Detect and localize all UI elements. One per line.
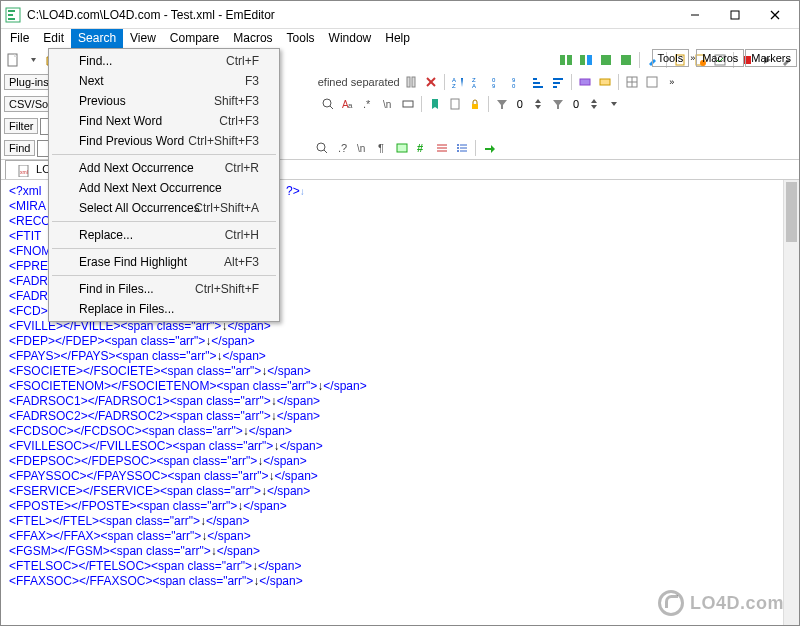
editor-line[interactable]: <FTEL></FTEL><span class="arr">↓</span> (9, 514, 791, 529)
menu-item[interactable]: Select All OccurrencesCtrl+Shift+A (51, 198, 277, 218)
stepper-icon[interactable] (585, 95, 603, 113)
maximize-button[interactable] (715, 2, 755, 28)
editor-line[interactable]: <FCDSOC></FCDSOC><span class="arr">↓</sp… (9, 424, 791, 439)
whole-word-icon[interactable] (399, 95, 417, 113)
csv-mode-label: efined separated (318, 76, 400, 88)
menu-file[interactable]: File (3, 29, 36, 49)
minimize-button[interactable] (675, 2, 715, 28)
overflow-icon[interactable]: » (663, 73, 681, 91)
escape-n-icon[interactable]: \n (353, 139, 371, 157)
case-icon[interactable]: Aa (339, 95, 357, 113)
sort-len-desc-icon[interactable] (549, 73, 567, 91)
editor-line[interactable]: <FFAX></FFAX><span class="arr">↓</span> (9, 529, 791, 544)
hash-icon[interactable]: # (413, 139, 431, 157)
dropdown-icon[interactable] (24, 51, 42, 69)
compare-icon[interactable] (577, 51, 595, 69)
menu-edit[interactable]: Edit (36, 29, 71, 49)
menu-item[interactable]: Find Next WordCtrl+F3 (51, 111, 277, 131)
new-file-icon[interactable] (4, 51, 22, 69)
menu-item[interactable]: Find Previous WordCtrl+Shift+F3 (51, 131, 277, 151)
filter-label[interactable]: Filter (4, 118, 38, 134)
find-icon[interactable] (313, 139, 331, 157)
editor-line[interactable]: <FSOCIETENOM></FSOCIETENOM><span class="… (9, 379, 791, 394)
editor-line[interactable]: <FPOSTE></FPOSTE><span class="arr">↓</sp… (9, 499, 791, 514)
menu-item[interactable]: NextF3 (51, 71, 277, 91)
regex-icon[interactable]: .* (359, 95, 377, 113)
dropdown-icon[interactable] (605, 95, 623, 113)
svg-rect-47 (553, 82, 560, 84)
extract-icon[interactable] (446, 95, 464, 113)
menu-item[interactable]: Replace in Files... (51, 299, 277, 319)
compare-icon[interactable] (557, 51, 575, 69)
overflow-icon[interactable]: » (690, 53, 695, 63)
escape-icon[interactable]: \n (379, 95, 397, 113)
editor-line[interactable]: <FSOCIETE></FSOCIETE><span class="arr">↓… (9, 364, 791, 379)
table-icon[interactable] (623, 73, 641, 91)
funnel-icon[interactable] (493, 95, 511, 113)
menubar: File Edit Search View Compare Macros Too… (1, 29, 799, 49)
editor-line[interactable]: <FVILLESOC></FVILLESOC><span class="arr"… (9, 439, 791, 454)
find-label[interactable]: Find (4, 140, 35, 156)
menu-window[interactable]: Window (322, 29, 379, 49)
menu-help[interactable]: Help (378, 29, 417, 49)
lock-icon[interactable] (466, 95, 484, 113)
toolbar-icon[interactable] (576, 73, 594, 91)
cross-icon[interactable] (422, 73, 440, 91)
svg-rect-22 (621, 55, 631, 65)
editor-line[interactable]: <FDEP></FDEP><span class="arr">↓</span> (9, 334, 791, 349)
tab-tools[interactable]: Tools (652, 49, 690, 67)
tab-markers[interactable]: Markers (745, 49, 797, 67)
close-button[interactable] (755, 2, 795, 28)
menu-item[interactable]: Add Next OccurrenceCtrl+R (51, 158, 277, 178)
menu-item[interactable]: Erase Find HighlightAlt+F3 (51, 252, 277, 272)
toolbar-icon[interactable] (617, 51, 635, 69)
menu-item[interactable]: Find in Files...Ctrl+Shift+F (51, 279, 277, 299)
menu-compare[interactable]: Compare (163, 29, 226, 49)
menu-tools[interactable]: Tools (280, 29, 322, 49)
menu-item-label: Find Previous Word (79, 134, 184, 148)
funnel-icon[interactable] (549, 95, 567, 113)
scrollbar-thumb[interactable] (786, 182, 797, 242)
editor-line[interactable]: <FGSM></FGSM><span class="arr">↓</span> (9, 544, 791, 559)
editor-line[interactable]: <FPAYS></FPAYS><span class="arr">↓</span… (9, 349, 791, 364)
regex-dot-icon[interactable]: .? (333, 139, 351, 157)
menu-item[interactable]: Find...Ctrl+F (51, 51, 277, 71)
menu-search[interactable]: Search (71, 29, 123, 49)
menu-macros[interactable]: Macros (226, 29, 279, 49)
sort-len-icon[interactable] (529, 73, 547, 91)
editor-line[interactable]: <FDEPSOC></FDEPSOC><span class="arr">↓</… (9, 454, 791, 469)
editor-line[interactable]: <FADRSOC2></FADRSOC2><span class="arr">↓… (9, 409, 791, 424)
paragraph-icon[interactable]: ¶ (373, 139, 391, 157)
editor-line[interactable]: <FTELSOC></FTELSOC><span class="arr">↓</… (9, 559, 791, 574)
svg-rect-50 (600, 79, 610, 85)
search-icon[interactable] (319, 95, 337, 113)
tab-macros[interactable]: Macros (696, 49, 744, 67)
plugins-label[interactable]: Plug-ins (4, 74, 54, 90)
menu-item[interactable]: Add Next Next Occurrence (51, 178, 277, 198)
editor-line[interactable]: <FFAXSOC></FFAXSOC><span class="arr">↓</… (9, 574, 791, 589)
menu-item[interactable]: Replace...Ctrl+H (51, 225, 277, 245)
sort-icon[interactable]: AZ (449, 73, 467, 91)
tag-icon[interactable] (393, 139, 411, 157)
vertical-scrollbar[interactable] (783, 180, 799, 625)
menu-item[interactable]: PreviousShift+F3 (51, 91, 277, 111)
list-icon[interactable] (433, 139, 451, 157)
svg-rect-18 (567, 55, 572, 65)
toolbar-icon[interactable] (596, 73, 614, 91)
stepper-icon[interactable] (529, 95, 547, 113)
toolbar-icon[interactable] (597, 51, 615, 69)
column-icon[interactable] (402, 73, 420, 91)
sort-desc-icon[interactable]: ZA (469, 73, 487, 91)
svg-text:#: # (417, 142, 423, 154)
sort-num-desc-icon[interactable]: 90 (509, 73, 527, 91)
table-icon[interactable] (643, 73, 661, 91)
bookmark-icon[interactable] (426, 95, 444, 113)
list-blue-icon[interactable] (453, 139, 471, 157)
arrow-right-icon[interactable] (480, 139, 498, 157)
svg-rect-46 (553, 78, 563, 80)
editor-line[interactable]: <FSERVICE></FSERVICE><span class="arr">↓… (9, 484, 791, 499)
editor-line[interactable]: <FADRSOC1></FADRSOC1><span class="arr">↓… (9, 394, 791, 409)
menu-view[interactable]: View (123, 29, 163, 49)
editor-line[interactable]: <FPAYSSOC></FPAYSSOC><span class="arr">↓… (9, 469, 791, 484)
sort-num-icon[interactable]: 09 (489, 73, 507, 91)
